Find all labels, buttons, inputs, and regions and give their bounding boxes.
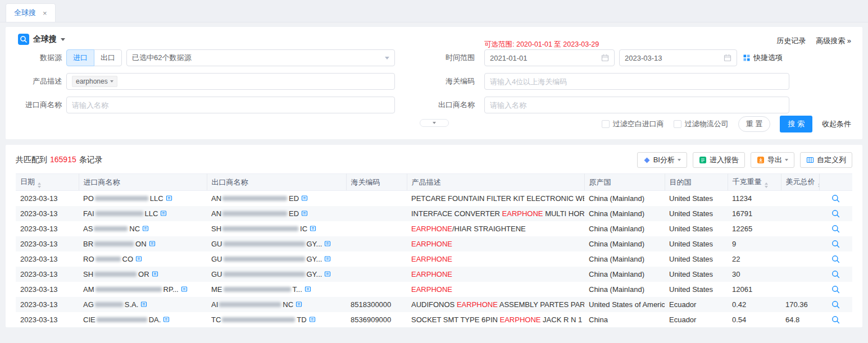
enter-report-button[interactable]: 进入报告	[693, 152, 745, 168]
weight-kg-cell: 9	[728, 236, 781, 251]
import-toggle-button[interactable]: 进口	[66, 49, 94, 66]
view-detail-icon[interactable]	[831, 194, 840, 203]
results-summary: 共匹配到165915条记录	[16, 155, 103, 165]
column-header[interactable]: 千克重量	[728, 174, 781, 191]
origin-country-cell: China (Mainland)	[584, 206, 665, 221]
importer-name-field[interactable]	[66, 97, 395, 113]
custom-columns-button[interactable]: 自定义列	[800, 152, 852, 168]
company-info-icon[interactable]	[163, 316, 170, 323]
page: 全球搜 历史记录 高级搜索 » 可选范围: 2020-01-01 至 2023-…	[0, 22, 868, 327]
company-info-icon[interactable]	[142, 225, 149, 232]
exporter-cell: GUGY...	[207, 251, 346, 267]
filter-blank-importer-checkbox[interactable]: 过滤空白进口商	[602, 119, 664, 129]
company-info-icon[interactable]	[181, 286, 188, 292]
quick-options-button[interactable]: 快捷选项	[743, 53, 783, 63]
sort-icon[interactable]	[38, 182, 41, 188]
table-row: 2023-03-13AMRP...MET...EARPHONEChina (Ma…	[16, 282, 852, 297]
tab-close-icon[interactable]: ×	[43, 9, 47, 17]
view-detail-icon[interactable]	[831, 285, 840, 294]
company-suffix: CO	[122, 255, 134, 263]
export-button[interactable]: 导出	[751, 152, 794, 168]
product-keyword-tag[interactable]: earphones	[72, 76, 117, 87]
view-detail-icon[interactable]	[831, 209, 840, 218]
company-info-icon[interactable]	[296, 301, 302, 308]
hs-code-cell	[346, 221, 407, 236]
company-info-icon[interactable]	[324, 255, 331, 262]
date-to-input[interactable]	[625, 54, 720, 62]
redacted-text	[222, 196, 287, 201]
sort-icon[interactable]	[765, 182, 768, 188]
column-header[interactable]: 日期	[16, 174, 79, 191]
export-toggle-button[interactable]: 出口	[94, 49, 122, 66]
destination-country-cell: United States	[665, 191, 728, 206]
enter-report-label: 进入报告	[710, 155, 739, 165]
exporter-name-field[interactable]	[484, 97, 789, 113]
company-info-icon[interactable]	[324, 240, 331, 247]
redacted-text	[222, 211, 287, 216]
company-info-icon[interactable]	[301, 195, 308, 202]
search-button[interactable]: 搜 索	[780, 116, 812, 132]
collapse-conditions-link[interactable]: 收起条件	[822, 119, 851, 129]
company-info-icon[interactable]	[160, 210, 167, 217]
weight-kg-cell: 0.54	[728, 312, 781, 327]
date-from-input[interactable]	[490, 54, 598, 62]
column-header: 出口商名称	[207, 174, 346, 191]
filter-logistics-label: 过滤物流公司	[685, 119, 729, 129]
view-detail-icon[interactable]	[831, 225, 840, 233]
app-switcher[interactable]: 全球搜	[18, 34, 65, 45]
tab-global-search[interactable]: 全球搜 ×	[6, 3, 56, 22]
company-info-icon[interactable]	[310, 225, 316, 232]
company-suffix: NC	[129, 225, 140, 233]
collapse-form-button[interactable]	[420, 119, 449, 127]
column-label: 美元总价	[786, 177, 815, 186]
hs-code-label: 海关编码	[421, 73, 475, 90]
chevron-down-icon	[61, 38, 65, 41]
chevron-down-icon	[678, 159, 681, 161]
view-detail-icon[interactable]	[831, 270, 840, 278]
weight-kg-cell: 16791	[728, 206, 781, 221]
company-info-icon[interactable]	[324, 271, 331, 277]
importer-cell: ROCO	[79, 251, 207, 267]
date-cell: 2023-03-13	[16, 297, 79, 312]
hs-code-input[interactable]	[490, 77, 784, 86]
company-info-icon[interactable]	[152, 271, 158, 277]
date-cell: 2023-03-13	[16, 206, 79, 221]
company-info-icon[interactable]	[166, 195, 172, 202]
company-info-icon[interactable]	[135, 255, 142, 262]
company-suffix: RP...	[163, 285, 179, 294]
view-detail-icon[interactable]	[831, 255, 840, 263]
company-suffix: LLC	[145, 209, 158, 218]
date-from-field[interactable]	[484, 49, 615, 66]
keyword-highlight: EARPHONE	[411, 270, 452, 278]
column-header[interactable]: 美元总价	[781, 174, 819, 191]
origin-country-cell: China	[584, 312, 665, 327]
importer-cell: ASNC	[79, 221, 207, 236]
product-desc-field[interactable]: earphones	[66, 73, 395, 90]
company-info-icon[interactable]	[301, 210, 308, 217]
advanced-search-link[interactable]: 高级搜索 »	[816, 36, 851, 46]
importer-name-input[interactable]	[72, 101, 389, 109]
column-header-actions	[819, 174, 852, 191]
date-to-field[interactable]	[619, 49, 737, 66]
company-prefix: AS	[83, 225, 93, 233]
company-info-icon[interactable]	[305, 286, 311, 292]
filter-blank-importer-label: 过滤空白进口商	[613, 119, 664, 129]
history-link[interactable]: 历史记录	[776, 36, 806, 46]
exporter-name-input[interactable]	[490, 101, 784, 109]
view-detail-icon[interactable]	[831, 240, 840, 248]
view-detail-icon[interactable]	[831, 315, 840, 324]
custom-columns-label: 自定义列	[817, 155, 846, 165]
usd-total-cell	[781, 206, 819, 221]
company-info-icon[interactable]	[149, 240, 156, 247]
company-info-icon[interactable]	[140, 301, 147, 308]
column-label: 海关编码	[351, 178, 380, 186]
data-source-select[interactable]: 已选中62个数据源	[126, 49, 395, 66]
company-suffix: OR	[138, 270, 149, 278]
reset-button[interactable]: 重 置	[738, 116, 771, 132]
column-label: 目的国	[670, 178, 692, 186]
filter-logistics-checkbox[interactable]: 过滤物流公司	[674, 119, 729, 129]
company-info-icon[interactable]	[309, 316, 316, 323]
bi-analysis-button[interactable]: BI分析	[637, 152, 687, 168]
view-detail-icon[interactable]	[831, 300, 840, 309]
hs-code-field[interactable]	[484, 73, 789, 90]
